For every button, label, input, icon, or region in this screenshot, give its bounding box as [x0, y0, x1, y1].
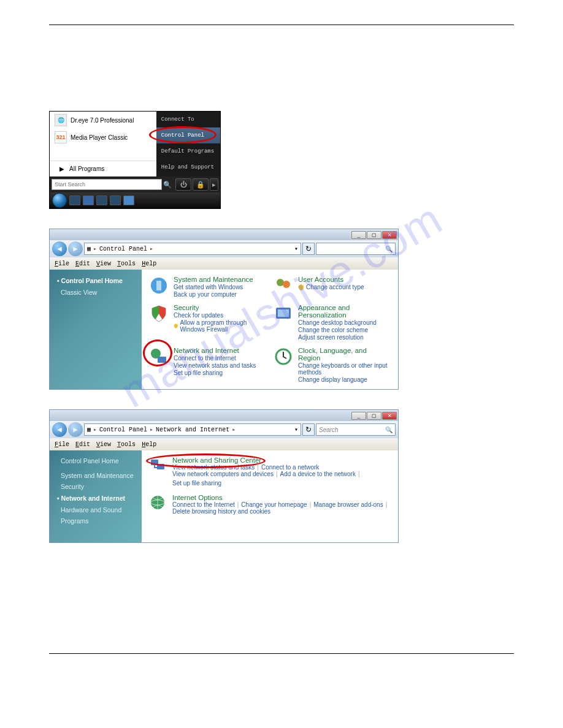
breadcrumb-item[interactable]: Network and Internet — [156, 427, 229, 433]
menu-edit[interactable]: Edit — [73, 441, 93, 449]
category-link[interactable]: Allow a program through Windows Firewall — [174, 319, 266, 333]
category-security[interactable]: Security Check for updates Allow a progr… — [149, 304, 266, 341]
start-menu-item-mpc[interactable]: 321 Media Player Classic — [50, 129, 156, 146]
minimize-button[interactable]: _ — [351, 412, 366, 420]
task-link[interactable]: Connect to a network — [261, 464, 320, 471]
task-link[interactable]: Change your homepage — [241, 501, 307, 508]
internet-options-icon — [149, 494, 166, 511]
menu-view[interactable]: View — [94, 441, 113, 449]
forward-button[interactable]: ► — [68, 241, 83, 256]
breadcrumb-item[interactable]: Control Panel — [99, 246, 147, 252]
menu-tools[interactable]: Tools — [115, 441, 138, 449]
category-link[interactable]: Change desktop background — [298, 319, 391, 326]
sidebar: Control Panel Home Classic View — [50, 270, 142, 389]
category-users[interactable]: User Accounts Change account type — [274, 276, 391, 298]
category-link[interactable]: Set up file sharing — [174, 370, 256, 376]
section-title[interactable]: Internet Options — [172, 494, 391, 501]
back-button[interactable]: ◄ — [52, 422, 67, 437]
menu-edit[interactable]: Edit — [73, 260, 93, 268]
category-title: System and Maintenance — [174, 276, 253, 283]
category-link[interactable]: Change account type — [298, 284, 364, 290]
right-item-control-panel[interactable]: Control Panel — [156, 127, 220, 143]
taskbar-icon[interactable] — [123, 195, 134, 205]
task-link[interactable]: Manage browser add-ons — [313, 501, 383, 508]
right-item-connect-to[interactable]: Connect To — [156, 112, 220, 127]
back-button[interactable]: ◄ — [52, 241, 67, 256]
task-link[interactable]: Connect to the Internet — [172, 501, 235, 508]
category-link[interactable]: Back up your computer — [174, 291, 253, 298]
breadcrumb-item[interactable]: Control Panel — [99, 427, 147, 433]
link-row: View network computers and devices| Add … — [172, 471, 391, 487]
chevron-right-icon: ▶ — [59, 165, 64, 172]
taskbar-icon[interactable] — [69, 195, 80, 205]
all-programs-button[interactable]: ▶ All Programs — [50, 161, 156, 176]
category-link[interactable]: Change the color scheme — [298, 327, 391, 333]
sidebar-item-programs[interactable]: Programs — [50, 515, 142, 526]
task-link[interactable]: View network computers and devices — [172, 471, 274, 477]
right-item-help-support[interactable]: Help and Support — [156, 159, 220, 175]
all-programs-label: All Programs — [69, 165, 104, 172]
forward-button[interactable]: ► — [68, 422, 83, 437]
sidebar-item-security[interactable]: Security — [50, 481, 142, 492]
menu-help[interactable]: Help — [139, 441, 159, 449]
maximize-button[interactable]: ▢ — [367, 231, 381, 239]
menu-tools[interactable]: Tools — [115, 260, 138, 268]
taskbar-icon[interactable] — [96, 195, 107, 205]
task-link[interactable]: Add a device to the network — [280, 471, 356, 477]
start-search-input[interactable] — [52, 179, 162, 190]
category-network[interactable]: Network and Internet Connect to the Inte… — [149, 347, 266, 383]
power-menu-button[interactable]: ▸ — [210, 178, 218, 191]
category-link[interactable]: Adjust screen resolution — [298, 334, 391, 341]
sidebar-item-system[interactable]: System and Maintenance — [50, 470, 142, 481]
sidebar-home[interactable]: Control Panel Home — [50, 455, 142, 466]
sidebar-item-hardware[interactable]: Hardware and Sound — [50, 504, 142, 515]
sidebar-classic-view[interactable]: Classic View — [50, 287, 142, 298]
refresh-button[interactable]: ↻ — [302, 243, 315, 255]
close-button[interactable]: ✕ — [382, 231, 397, 239]
category-link[interactable]: Get started with Windows — [174, 284, 253, 290]
category-link[interactable]: Change display language — [298, 376, 391, 383]
task-link[interactable]: Delete browsing history and cookies — [172, 508, 270, 515]
search-input[interactable]: 🔍 — [316, 243, 396, 255]
lock-button[interactable]: 🔒 — [193, 178, 209, 191]
category-title: Clock, Language, and Region — [298, 347, 391, 362]
menu-view[interactable]: View — [94, 260, 113, 268]
menu-file[interactable]: File — [52, 441, 72, 449]
category-appearance[interactable]: Appearance and Personalization Change de… — [274, 304, 391, 341]
start-orb[interactable] — [52, 193, 67, 208]
minimize-button[interactable]: _ — [351, 231, 366, 239]
task-link[interactable]: View network status and tasks — [172, 464, 255, 471]
svg-rect-1 — [156, 281, 161, 290]
start-menu-item-label: Media Player Classic — [71, 134, 128, 141]
chevron-down-icon[interactable]: ▾ — [294, 245, 298, 252]
task-link[interactable]: Set up file sharing — [172, 480, 221, 487]
right-item-default-programs[interactable]: Default Programs — [156, 143, 220, 159]
address-bar[interactable]: ▦ ▸ Control Panel ▸ Network and Internet… — [84, 423, 301, 436]
start-menu-item-label: Dr.eye 7.0 Professional — [71, 117, 134, 124]
section-internet-options: Internet Options Connect to the Internet… — [149, 494, 391, 515]
category-link[interactable]: View network status and tasks — [174, 362, 256, 369]
category-link[interactable]: Connect to the Internet — [174, 355, 256, 362]
section-title[interactable]: Network and Sharing Center — [172, 457, 391, 464]
menu-file[interactable]: File — [52, 260, 72, 268]
svg-rect-10 — [157, 464, 164, 469]
category-link[interactable]: Check for updates — [174, 312, 266, 319]
start-menu-item-dreye[interactable]: 🌐 Dr.eye 7.0 Professional — [50, 112, 156, 129]
sidebar-item-network[interactable]: Network and Internet — [50, 492, 142, 504]
address-bar[interactable]: ▦ ▸ Control Panel ▸ ▾ — [84, 243, 301, 255]
close-button[interactable]: ✕ — [382, 412, 397, 420]
category-system[interactable]: System and Maintenance Get started with … — [149, 276, 266, 298]
search-input[interactable]: Search 🔍 — [316, 423, 396, 436]
refresh-button[interactable]: ↻ — [302, 423, 315, 436]
category-link[interactable]: Change keyboards or other input methods — [298, 362, 391, 376]
menu-help[interactable]: Help — [139, 260, 159, 268]
power-button[interactable]: ⏻ — [175, 178, 191, 191]
search-icon[interactable]: 🔍 — [162, 181, 173, 189]
category-clock[interactable]: Clock, Language, and Region Change keybo… — [274, 347, 391, 383]
maximize-button[interactable]: ▢ — [367, 412, 381, 420]
category-title: Network and Internet — [174, 347, 256, 354]
chevron-down-icon[interactable]: ▾ — [294, 426, 298, 433]
sidebar-home[interactable]: Control Panel Home — [50, 275, 142, 287]
taskbar-icon[interactable] — [110, 195, 121, 205]
taskbar-icon[interactable] — [83, 195, 94, 205]
